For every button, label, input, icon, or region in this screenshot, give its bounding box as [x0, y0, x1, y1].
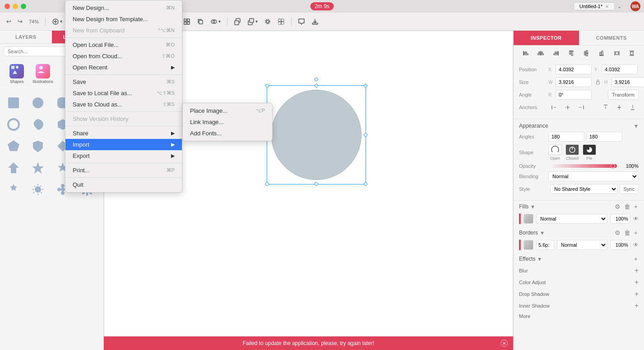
status-close-button[interactable]: ✕	[500, 340, 508, 347]
export-item[interactable]: Export ▶	[65, 150, 182, 161]
borders-settings-button[interactable]: ⚙	[614, 230, 621, 236]
shape-shield[interactable]	[28, 136, 48, 156]
handle-tm[interactable]	[315, 84, 318, 88]
import-item[interactable]: Import ▶	[65, 139, 182, 150]
slice-button[interactable]	[275, 16, 287, 27]
handle-bl[interactable]	[265, 182, 269, 186]
shape-circle[interactable]	[28, 93, 48, 113]
effects-chevron[interactable]: ▾	[537, 256, 542, 262]
add-fonts-item[interactable]: Add Fonts...	[183, 128, 272, 139]
borders-delete-button[interactable]: 🗑	[623, 230, 631, 236]
blur-add-button[interactable]: +	[635, 267, 639, 275]
open-recent-item[interactable]: Open Recent ▶	[65, 62, 182, 73]
shape-open[interactable]: Open	[548, 144, 562, 161]
fill-mode-select[interactable]: Normal	[536, 214, 607, 224]
shape-closed[interactable]: Closed	[565, 144, 579, 161]
opacity-slider[interactable]	[552, 164, 617, 168]
appearance-chevron[interactable]: ▾	[634, 123, 639, 129]
handle-tl[interactable]	[265, 84, 269, 88]
export-button[interactable]	[309, 16, 321, 27]
fill-opacity-input[interactable]	[610, 214, 630, 224]
zoom-level[interactable]: 74%	[26, 17, 42, 26]
y-input[interactable]	[602, 64, 638, 74]
redo-button[interactable]: ↪	[15, 16, 25, 27]
undo-button[interactable]: ↩	[4, 16, 14, 27]
align-top-button[interactable]	[565, 48, 578, 58]
comments-tab[interactable]: COMMENTS	[579, 31, 644, 45]
borders-add-button[interactable]: +	[633, 230, 639, 236]
quit-item[interactable]: Quit	[65, 179, 182, 190]
border-opacity-input[interactable]	[610, 240, 630, 250]
anchor-right-button[interactable]	[575, 102, 587, 112]
close-button[interactable]	[5, 4, 10, 9]
grid-button[interactable]	[181, 16, 193, 27]
sync-button[interactable]: Sync	[620, 184, 639, 194]
shape-square[interactable]	[4, 93, 23, 113]
open-cloud-item[interactable]: Open from Cloud... ⇧⌘O	[65, 51, 182, 62]
open-local-item[interactable]: Open Local File... ⌘O	[65, 39, 182, 51]
x-input[interactable]	[556, 64, 592, 74]
share-item[interactable]: Share ▶	[65, 128, 182, 139]
distribute-v-button[interactable]	[625, 48, 639, 58]
link-image-item[interactable]: Link Image...	[183, 116, 272, 128]
border-visibility-button[interactable]: 👁	[633, 242, 639, 248]
drop-shadow-add-button[interactable]: +	[635, 290, 639, 298]
send-backward-button[interactable]: ▾	[245, 16, 260, 27]
border-color-swatch[interactable]	[524, 240, 533, 250]
shape-pie[interactable]: Pie	[583, 144, 596, 161]
insert-button[interactable]: ▾	[49, 16, 65, 27]
borders-chevron[interactable]: ▾	[540, 230, 545, 236]
anchor-top-button[interactable]	[600, 102, 612, 112]
shape-pentagon[interactable]	[4, 136, 23, 156]
anchor-left-button[interactable]	[548, 102, 560, 112]
tab-close-icon[interactable]: ✕	[605, 4, 609, 9]
fill-visibility-button[interactable]: 👁	[633, 216, 639, 222]
shape-badge[interactable]	[4, 180, 23, 199]
border-size-input[interactable]	[536, 240, 554, 250]
shape-leaf[interactable]	[28, 115, 48, 134]
inner-shadow-add-button[interactable]: +	[635, 302, 639, 310]
place-image-item[interactable]: Place Image... ⌥P	[183, 105, 272, 116]
align-center-h-button[interactable]	[534, 48, 548, 58]
inspector-tab[interactable]: INSPECTOR	[514, 31, 579, 45]
angle-right-input[interactable]	[586, 132, 622, 142]
minimize-button[interactable]	[13, 4, 18, 9]
shape-arrow[interactable]	[4, 158, 23, 178]
combine-button[interactable]: ▾	[208, 16, 223, 27]
layers-tab[interactable]: LAYERS	[0, 31, 52, 43]
fills-add-button[interactable]: +	[633, 203, 639, 210]
border-mode-select[interactable]: Normal	[557, 240, 607, 250]
color-adjust-add-button[interactable]: +	[635, 278, 639, 286]
anchor-middle-button[interactable]	[613, 102, 625, 112]
illustrations-library[interactable]: Illustrations	[32, 63, 54, 85]
h-input[interactable]	[612, 77, 644, 87]
r-input[interactable]	[556, 90, 592, 100]
comments-button[interactable]	[295, 16, 308, 27]
save-local-item[interactable]: Save to Local File as... ⌥⇧⌘S	[65, 88, 182, 99]
save-item[interactable]: Save ⌘S	[65, 76, 182, 88]
new-design-item[interactable]: New Design... ⌘N	[65, 2, 182, 14]
shape-ring[interactable]	[4, 115, 23, 134]
distribute-h-button[interactable]	[610, 48, 624, 58]
fills-delete-button[interactable]: 🗑	[623, 203, 631, 210]
fills-settings-button[interactable]: ⚙	[614, 203, 621, 210]
handle-mr[interactable]	[364, 133, 367, 137]
effects-add-button[interactable]: +	[633, 256, 639, 262]
align-bottom-button[interactable]	[595, 48, 608, 58]
handle-tr[interactable]	[364, 84, 367, 88]
blending-select[interactable]: Normal	[548, 171, 639, 181]
shapes-library[interactable]: Shapes	[5, 63, 28, 85]
maximize-button[interactable]	[21, 4, 26, 9]
handle-bm[interactable]	[315, 182, 318, 186]
align-left-button[interactable]	[519, 48, 533, 58]
fills-chevron[interactable]: ▾	[530, 203, 535, 210]
rotation-handle[interactable]	[315, 78, 318, 81]
align-right-button[interactable]	[549, 48, 563, 58]
anchor-bottom-button[interactable]	[627, 102, 639, 112]
print-item[interactable]: Print... ⌘P	[65, 165, 182, 176]
new-from-template-item[interactable]: New Design from Template...	[65, 14, 182, 25]
angle-left-input[interactable]	[548, 132, 584, 142]
tab-arrow-icon[interactable]: ⌄	[617, 4, 621, 9]
duplicate-button[interactable]	[194, 16, 207, 27]
bring-forward-button[interactable]	[231, 16, 244, 27]
